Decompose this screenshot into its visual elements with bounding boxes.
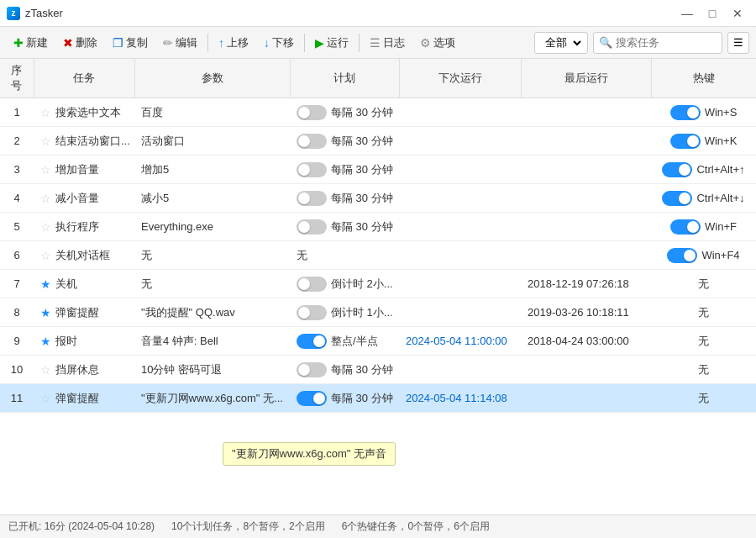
hotkey-toggle[interactable] <box>670 105 701 120</box>
delete-button[interactable]: ✖ 删除 <box>56 33 104 53</box>
star-icon[interactable]: ★ <box>40 277 51 291</box>
hotkey-toggle[interactable] <box>670 219 701 235</box>
maximize-button[interactable]: □ <box>701 4 724 23</box>
task-name-label: 减小音量 <box>55 191 99 206</box>
plan-toggle[interactable] <box>297 162 327 177</box>
table-row[interactable]: 9★报时音量4 钟声: Bell整点/半点2024-05-04 11:00:00… <box>0 327 756 356</box>
cell-next <box>399 270 521 298</box>
table-row[interactable]: 11☆弹窗提醒"更新刀网www.x6g.com" 无...每隔 30 分钟202… <box>0 384 756 413</box>
hotkey-text: Ctrl+Alt+↓ <box>696 192 744 204</box>
star-icon[interactable]: ☆ <box>40 106 51 119</box>
up-icon: ↑ <box>218 36 224 50</box>
plan-toggle[interactable] <box>297 334 327 349</box>
star-icon[interactable]: ★ <box>40 306 51 319</box>
star-icon[interactable]: ★ <box>40 335 51 348</box>
cell-num: 2 <box>0 127 34 156</box>
cell-last <box>521 356 651 384</box>
plan-toggle[interactable] <box>297 134 327 149</box>
star-icon[interactable]: ☆ <box>40 392 51 405</box>
title-bar: z zTasker — □ ✕ <box>0 0 756 27</box>
table-row[interactable]: 2☆结束活动窗口...活动窗口每隔 30 分钟Win+K <box>0 127 756 156</box>
app-title: zTasker <box>25 7 675 19</box>
cell-last <box>521 98 651 127</box>
plan-text: 每隔 30 分钟 <box>331 362 393 377</box>
cell-num: 4 <box>0 184 34 213</box>
star-icon[interactable]: ☆ <box>40 249 51 262</box>
run-button[interactable]: ▶ 运行 <box>308 33 355 53</box>
cell-last <box>521 384 651 413</box>
star-icon[interactable]: ☆ <box>40 163 51 177</box>
plan-text: 倒计时 1小... <box>331 305 393 320</box>
cell-plan: 整点/半点 <box>290 327 399 356</box>
plan-toggle[interactable] <box>297 362 327 377</box>
hotkey-toggle[interactable] <box>662 191 692 206</box>
header-next: 下次运行 <box>399 59 521 98</box>
plan-toggle[interactable] <box>297 391 327 406</box>
table-row[interactable]: 7★关机无倒计时 2小...2018-12-19 07:26:18无 <box>0 270 756 298</box>
cell-next <box>399 127 521 156</box>
cell-param: 无 <box>134 270 290 298</box>
edit-button[interactable]: ✏ 编辑 <box>156 33 204 53</box>
up-button[interactable]: ↑ 上移 <box>212 33 255 53</box>
plan-toggle[interactable] <box>297 277 327 292</box>
table-row[interactable]: 1☆搜索选中文本百度每隔 30 分钟Win+S <box>0 98 756 127</box>
cell-hotkey: Ctrl+Alt+↑ <box>651 156 756 184</box>
cell-param: 增加5 <box>134 156 290 184</box>
cell-num: 11 <box>0 384 34 413</box>
table-row[interactable]: 8★弹窗提醒"我的提醒" QQ.wav倒计时 1小...2019-03-26 1… <box>0 298 756 327</box>
table-row[interactable]: 3☆增加音量增加5每隔 30 分钟Ctrl+Alt+↑ <box>0 156 756 184</box>
minimize-button[interactable]: — <box>675 4 699 23</box>
header-param: 参数 <box>134 59 290 98</box>
view-button[interactable]: ☰ <box>727 32 749 54</box>
cell-task: ☆弹窗提醒 <box>34 384 134 413</box>
options-button[interactable]: ⚙ 选项 <box>413 33 462 53</box>
table-row[interactable]: 6☆关机对话框无无Win+F4 <box>0 241 756 270</box>
tasks-status: 10个计划任务，8个暂停，2个启用 <box>171 520 325 534</box>
cell-last <box>521 127 651 156</box>
cell-hotkey: 无 <box>651 327 756 356</box>
cell-next <box>399 98 521 127</box>
edit-label: 编辑 <box>176 35 197 50</box>
star-icon[interactable]: ☆ <box>40 220 51 234</box>
table-row[interactable]: 10☆挡屏休息10分钟 密码可退每隔 30 分钟无 <box>0 356 756 384</box>
search-input[interactable] <box>616 36 717 49</box>
plan-toggle[interactable] <box>297 191 327 206</box>
plan-toggle[interactable] <box>297 219 327 235</box>
star-icon[interactable]: ☆ <box>40 134 51 148</box>
list-icon: ☰ <box>733 36 743 49</box>
cell-last <box>521 184 651 213</box>
cell-next <box>399 356 521 384</box>
cell-task: ★报时 <box>34 327 134 356</box>
table-row[interactable]: 4☆减小音量减小5每隔 30 分钟Ctrl+Alt+↓ <box>0 184 756 213</box>
filter-select[interactable]: 全部 <box>538 32 584 54</box>
close-button[interactable]: ✕ <box>726 4 749 23</box>
uptime-status: 已开机: 16分 (2024-05-04 10:28) <box>8 520 155 534</box>
task-table-container: 序号 任务 参数 计划 下次运行 最后运行 热键 1☆搜索选中文本百度每隔 30… <box>0 59 756 514</box>
plan-toggle[interactable] <box>297 305 327 320</box>
hotkey-toggle[interactable] <box>670 134 701 149</box>
new-button[interactable]: ✚ 新建 <box>7 33 55 53</box>
cell-param: Everything.exe <box>134 213 290 241</box>
status-bar: 已开机: 16分 (2024-05-04 10:28) 10个计划任务，8个暂停… <box>0 514 756 538</box>
header-hot: 热键 <box>651 59 756 98</box>
cell-last <box>521 156 651 184</box>
cell-param: 减小5 <box>134 184 290 213</box>
run-label: 运行 <box>327 35 349 50</box>
cell-num: 6 <box>0 241 34 270</box>
log-icon: ☰ <box>370 36 381 50</box>
hotkey-toggle[interactable] <box>662 162 692 177</box>
delete-label: 删除 <box>76 35 97 50</box>
copy-button[interactable]: ❐ 复制 <box>106 33 155 53</box>
table-row[interactable]: 5☆执行程序Everything.exe每隔 30 分钟Win+F <box>0 213 756 241</box>
app-icon: z <box>7 7 20 20</box>
down-button[interactable]: ↓ 下移 <box>257 33 301 53</box>
cell-task: ★弹窗提醒 <box>34 298 134 327</box>
plan-toggle[interactable] <box>297 105 327 120</box>
log-button[interactable]: ☰ 日志 <box>363 33 412 53</box>
star-icon[interactable]: ☆ <box>40 192 51 205</box>
cell-param: "更新刀网www.x6g.com" 无... <box>134 384 290 413</box>
hotkey-toggle[interactable] <box>667 248 697 263</box>
plan-text: 每隔 30 分钟 <box>331 162 393 177</box>
star-icon[interactable]: ☆ <box>40 363 51 377</box>
filter-container: 全部 <box>534 32 588 54</box>
